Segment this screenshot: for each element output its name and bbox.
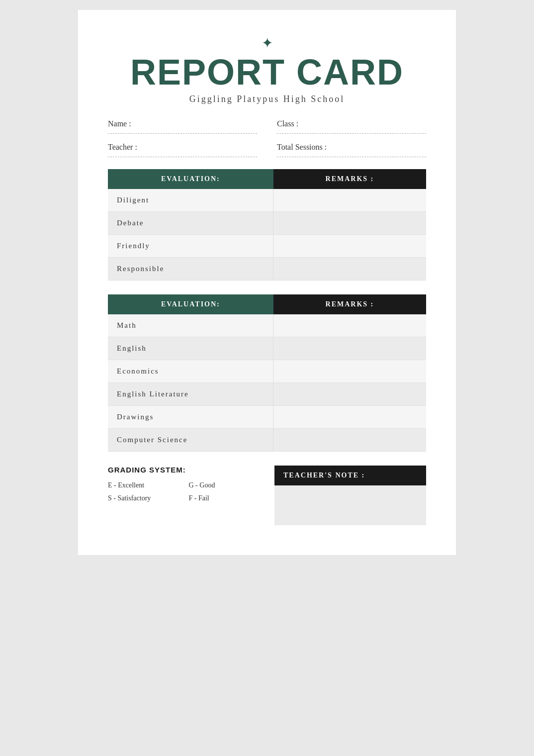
table-row: Responsible	[108, 258, 426, 281]
class-field: Class :	[277, 119, 426, 134]
total-sessions-label: Total Sessions :	[277, 143, 426, 152]
behavior-eval-cell: Debate	[108, 212, 273, 235]
behavior-col2-header: REMARKS :	[273, 169, 426, 189]
subject-eval-cell: Drawings	[108, 406, 273, 429]
behavior-table-section: EVALUATION: REMARKS : Diligent Debate Fr…	[108, 169, 426, 281]
subject-remarks-cell	[273, 314, 426, 337]
header: ✦ REPORT CARD Giggling Platypus High Sch…	[108, 35, 426, 104]
form-row-2: Teacher : Total Sessions :	[108, 143, 426, 157]
subject-remarks-cell	[273, 360, 426, 383]
grading-item: S - Satisfactory	[108, 493, 179, 504]
behavior-col1-header: EVALUATION:	[108, 169, 273, 189]
teachers-note-body	[274, 485, 426, 525]
behavior-remarks-cell	[273, 212, 426, 235]
subject-remarks-cell	[273, 337, 426, 360]
behavior-remarks-cell	[273, 235, 426, 258]
subject-remarks-cell	[273, 383, 426, 406]
bottom-section: GRADING SYSTEM: E - ExcellentG - GoodS -…	[108, 466, 426, 525]
table-row: Math	[108, 314, 426, 337]
grading-item: E - Excellent	[108, 480, 179, 491]
subject-eval-cell: Economics	[108, 360, 273, 383]
class-line	[277, 133, 426, 134]
teacher-label: Teacher :	[108, 143, 257, 152]
table-row: Debate	[108, 212, 426, 235]
table-row: Computer Science	[108, 429, 426, 452]
name-label: Name :	[108, 119, 257, 128]
teacher-line	[108, 157, 257, 157]
grading-title: GRADING SYSTEM:	[108, 466, 260, 474]
teachers-note-header: TEACHER'S NOTE :	[274, 466, 426, 485]
subject-eval-cell: Computer Science	[108, 429, 273, 452]
subject-eval-cell: English Literature	[108, 383, 273, 406]
teachers-note: TEACHER'S NOTE :	[274, 466, 426, 525]
behavior-table: EVALUATION: REMARKS : Diligent Debate Fr…	[108, 169, 426, 281]
subjects-table: EVALUATION: REMARKS : Math English Econo…	[108, 294, 426, 452]
grading-grid: E - ExcellentG - GoodS - SatisfactoryF -…	[108, 480, 260, 504]
subject-eval-cell: English	[108, 337, 273, 360]
grading-item: F - Fail	[189, 493, 260, 504]
behavior-eval-cell: Friendly	[108, 235, 273, 258]
class-label: Class :	[277, 119, 426, 128]
name-line	[108, 133, 257, 134]
table-row: English Literature	[108, 383, 426, 406]
subject-eval-cell: Math	[108, 314, 273, 337]
grading-item: G - Good	[189, 480, 260, 491]
report-card-page: ✦ REPORT CARD Giggling Platypus High Sch…	[78, 10, 456, 555]
total-sessions-line	[277, 157, 426, 157]
school-name: Giggling Platypus High School	[108, 94, 426, 104]
subject-remarks-cell	[273, 429, 426, 452]
subject-remarks-cell	[273, 406, 426, 429]
table-row: English	[108, 337, 426, 360]
behavior-remarks-cell	[273, 258, 426, 281]
star-icon: ✦	[108, 35, 426, 51]
teacher-field: Teacher :	[108, 143, 257, 157]
form-row-1: Name : Class :	[108, 119, 426, 134]
subjects-table-section: EVALUATION: REMARKS : Math English Econo…	[108, 294, 426, 452]
behavior-remarks-cell	[273, 189, 426, 212]
behavior-eval-cell: Diligent	[108, 189, 273, 212]
table-row: Economics	[108, 360, 426, 383]
subjects-col2-header: REMARKS :	[273, 294, 426, 314]
subjects-col1-header: EVALUATION:	[108, 294, 273, 314]
table-row: Drawings	[108, 406, 426, 429]
grading-system: GRADING SYSTEM: E - ExcellentG - GoodS -…	[108, 466, 260, 504]
behavior-eval-cell: Responsible	[108, 258, 273, 281]
form-section: Name : Class : Teacher : Total Sessions …	[108, 119, 426, 157]
table-row: Friendly	[108, 235, 426, 258]
page-title: REPORT CARD	[108, 54, 426, 90]
name-field: Name :	[108, 119, 257, 134]
total-sessions-field: Total Sessions :	[277, 143, 426, 157]
table-row: Diligent	[108, 189, 426, 212]
